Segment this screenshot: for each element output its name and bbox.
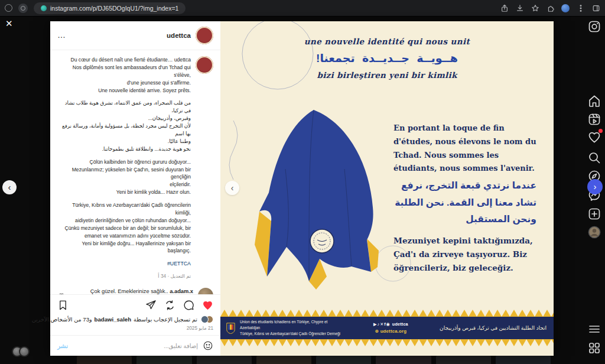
association-crest-icon	[226, 323, 235, 334]
next-post-button[interactable]: ›	[587, 179, 603, 194]
browser-profile-avatar[interactable]	[561, 4, 570, 12]
comment-text: Çok güzel. Emeklerinize sağlık..	[90, 288, 168, 294]
sidebar-toggle-icon[interactable]	[591, 4, 600, 12]
website-text: udettca.org	[380, 329, 407, 334]
background-thumbnail	[77, 356, 132, 364]
social-handle: udettca	[392, 321, 408, 327]
instagram-logo-icon[interactable]	[587, 20, 601, 34]
save-bookmark-icon[interactable]	[57, 300, 69, 311]
artwork-titles: une nouvelle identité qui nous unit هــو…	[220, 37, 554, 80]
background-thumbnail	[197, 356, 252, 364]
extensions-icon[interactable]	[546, 4, 555, 12]
browser-chrome: instagram.com/p/DJ65DOgIqU1/?img_index=1	[0, 0, 605, 17]
carousel-next-button[interactable]: ‹	[225, 181, 239, 195]
author-avatar[interactable]	[196, 27, 213, 44]
commenter-avatar[interactable]	[198, 288, 213, 294]
background-thumbnails	[77, 356, 551, 364]
footer-band: Union des étudiants tchadiens en Türkiye…	[220, 317, 554, 339]
background-thumbnail	[436, 356, 491, 364]
comment-composer: نشر	[50, 335, 220, 356]
title-arabic: هــويــة جــديــدة تجمعنا!	[220, 51, 554, 65]
browser-toolbar	[493, 4, 600, 12]
menu-icon[interactable]	[587, 322, 601, 336]
reels-icon[interactable]	[587, 112, 601, 126]
commenter-username[interactable]: a.adam.x	[170, 288, 193, 294]
profile-avatar[interactable]	[587, 225, 601, 239]
background-thumbnail	[496, 356, 551, 364]
url-text: instagram.com/p/DJ65DOgIqU1/?img_index=1	[50, 5, 178, 12]
caption-turkish-2: Türkiye, Kıbrıs ve Azerbaycan'daki Çadlı…	[57, 202, 191, 255]
emoji-icon[interactable]	[203, 340, 213, 351]
share-send-icon[interactable]	[145, 300, 157, 311]
hashtag-link[interactable]: #UETTCA	[57, 260, 191, 268]
apps-grid-icon[interactable]	[587, 341, 601, 355]
comments-panel: udettca … Du cœur du désert naît une fie…	[50, 21, 220, 356]
background-thumbnail	[376, 356, 431, 364]
liked-by-suffix[interactable]: و73 من الأشخاص الآخرين	[32, 316, 92, 323]
caption-row: Du cœur du désert naît une fierté étudia…	[57, 56, 213, 280]
bookmark-star-icon[interactable]	[531, 4, 539, 12]
instagram-page: ✕ ‹ › udettca … Du cœur du désert naît u…	[0, 17, 605, 364]
create-post-icon[interactable]	[587, 207, 601, 221]
like-icon[interactable]	[202, 300, 213, 311]
browser-window-icon[interactable]	[5, 4, 12, 12]
caption-avatar[interactable]	[196, 56, 213, 74]
paragraph-french: En portant la toque de fin d'études, nou…	[393, 122, 536, 176]
share-icon[interactable]	[500, 4, 509, 12]
action-bar	[50, 294, 220, 314]
liker-avatars[interactable]	[201, 316, 213, 323]
search-icon[interactable]	[587, 151, 601, 165]
screen: instagram.com/p/DJ65DOgIqU1/?img_index=1…	[0, 0, 605, 364]
close-icon[interactable]: ✕	[5, 19, 13, 28]
zigzag-bottom	[220, 339, 554, 346]
download-icon[interactable]	[515, 4, 524, 12]
caption-french: Du cœur du désert naît une fierté étudia…	[57, 56, 191, 94]
caption-turkish-1: Çölün kalbinden bir öğrenci gururu doğuy…	[57, 158, 191, 196]
title-turkish: bizi birleştiren yeni bir kimlik	[220, 70, 554, 80]
background-thumbnail	[136, 356, 191, 364]
post-options-icon[interactable]: …	[57, 34, 66, 37]
liked-by-prefix: تم تسجيل الإعجاب بواسطة	[134, 316, 197, 323]
liked-by-row: تم تسجيل الإعجاب بواسطة badawi_saleh و73…	[50, 314, 220, 323]
post-date: 21 مايو 2025	[50, 323, 220, 335]
address-bar[interactable]: instagram.com/p/DJ65DOgIqU1/?img_index=1	[34, 2, 186, 14]
add-comment-input[interactable]	[73, 343, 198, 349]
background-thumbnail	[316, 356, 371, 364]
footer-line-turkish: Türkiye, Kıbrıs ve Azerbaycan'daki Çadlı…	[240, 331, 347, 337]
caption-arabic: من قلب الصحراء، ومن عمق الانتماء، تشرق ه…	[57, 99, 191, 152]
zigzag-top	[220, 310, 554, 317]
browser-record-icon[interactable]	[18, 4, 28, 13]
comment-row: a.adam.x Çok güzel. Emeklerinize sağlık.…	[57, 288, 213, 294]
caption-text: Du cœur du désert naît une fierté étudia…	[57, 56, 191, 280]
author-username[interactable]: udettca	[167, 32, 191, 39]
footer-social: ▶♪✕f◉udettca ⊕ udettca.org	[373, 321, 408, 334]
home-icon[interactable]	[587, 94, 601, 108]
footer-line-french: Union des étudiants tchadiens en Türkiye…	[240, 319, 347, 331]
post-header: udettca …	[50, 21, 220, 50]
notification-badge	[599, 129, 603, 133]
artwork-footer: Union des étudiants tchadiens en Türkiye…	[220, 310, 554, 346]
post-modal: udettca … Du cœur du désert naît une fie…	[50, 21, 554, 356]
footer-line-arabic: اتحاد الطلبة التشاديين في تركيا، قبرص وأ…	[440, 325, 547, 331]
background-thumbnail	[256, 356, 311, 364]
post-image: une nouvelle identité qui nous unit هــو…	[220, 21, 554, 356]
paragraph-arabic: عندما نرتدي قبعة التخرج، نرفع تشاد معنا …	[393, 177, 536, 228]
more-menu-icon[interactable]	[576, 4, 585, 12]
post-comment-button[interactable]: نشر	[57, 342, 68, 349]
site-favicon-icon	[41, 5, 47, 11]
globe-icon: ⊕	[375, 329, 379, 334]
title-french: une nouvelle identité qui nous unit	[220, 37, 554, 46]
notifications-icon[interactable]	[587, 130, 601, 144]
paragraph-turkish: Mezuniyet kepini taktığımızda, Çad'ı da …	[393, 234, 536, 275]
repost-icon[interactable]	[164, 300, 175, 311]
comment-like-icon[interactable]	[57, 290, 66, 294]
liked-by-username[interactable]: badawi_saleh	[95, 316, 131, 323]
caption-meta: تم التعديل · 34 أ	[57, 272, 191, 280]
participant-avatars	[12, 346, 30, 357]
participant-avatar[interactable]	[19, 346, 30, 357]
previous-post-button[interactable]: ‹	[2, 180, 17, 194]
instagram-icon: ◉	[386, 321, 391, 327]
comment-icon[interactable]	[183, 300, 194, 311]
comments-scroll-area[interactable]: Du cœur du désert naît une fierté étudia…	[50, 50, 220, 294]
